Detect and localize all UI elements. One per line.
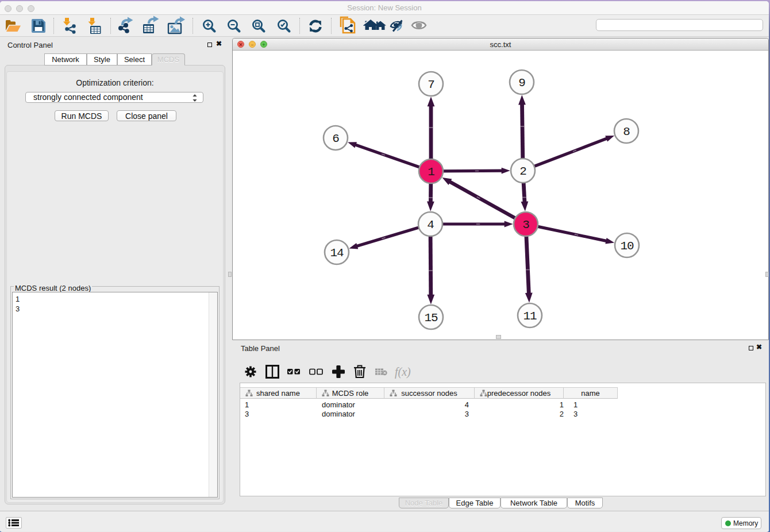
svg-text:4: 4: [427, 218, 434, 232]
svg-text:11: 11: [523, 310, 537, 323]
svg-text:f(x): f(x): [395, 365, 411, 379]
svg-text:7: 7: [428, 78, 434, 91]
svg-text:15: 15: [424, 311, 438, 325]
svg-text:9: 9: [518, 76, 525, 90]
svg-text:10: 10: [620, 240, 634, 253]
svg-text:6: 6: [332, 132, 339, 145]
svg-text:14: 14: [330, 246, 344, 260]
svg-text:8: 8: [623, 125, 630, 138]
svg-text:1: 1: [428, 165, 434, 179]
svg-text:3: 3: [522, 218, 529, 232]
svg-text:2: 2: [519, 165, 526, 178]
